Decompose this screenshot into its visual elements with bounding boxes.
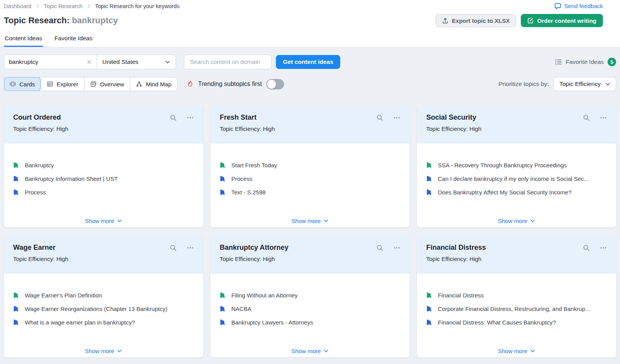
search-icon[interactable] (583, 244, 590, 251)
view-cards[interactable]: Cards (4, 77, 41, 91)
kebab-menu-icon[interactable] (600, 114, 607, 121)
idea-item[interactable]: Process (13, 188, 194, 196)
topic-card-financial-distress: Financial Distress Topic Efficiency: Hig… (417, 235, 616, 357)
card-header: Financial Distress Topic Efficiency: Hig… (417, 235, 616, 274)
idea-item[interactable]: Can I declare bankruptcy if my only inco… (426, 174, 607, 183)
show-more-link[interactable]: Show more (4, 218, 203, 224)
chevron-down-icon (324, 218, 329, 223)
card-header: Bankruptcy Attorney Topic Efficiency: Hi… (210, 235, 410, 274)
idea-item[interactable]: Wage Earner Reorganizations (Chapter 13 … (13, 304, 194, 313)
card-title: Financial Distress (426, 244, 486, 252)
kebab-menu-icon[interactable] (187, 114, 194, 121)
idea-item[interactable]: Text - S.2598 (220, 188, 400, 196)
view-explorer-label: Explorer (57, 81, 78, 88)
upload-icon (442, 17, 448, 24)
idea-item[interactable]: Does Bankruptcy Affect My Social Securit… (426, 188, 607, 196)
tab-content-ideas[interactable]: Content Ideas (4, 35, 43, 47)
favorite-ideas-count-badge: 5 (608, 58, 616, 66)
idea-item[interactable]: Corporate Financial Distress, Restructur… (426, 304, 607, 313)
idea-item[interactable]: Filing Without an Attorney (220, 291, 400, 299)
prioritize-value: Topic Efficiency (559, 81, 601, 88)
idea-item[interactable]: Financial Distress (426, 291, 607, 299)
idea-item[interactable]: Bankruptcy Lawyers - Attorneys (220, 318, 400, 326)
clear-keyword-icon[interactable] (86, 59, 92, 65)
idea-text: What is a wage earner plan in bankruptcy… (25, 319, 135, 326)
idea-text: Financial Distress (438, 292, 484, 299)
idea-text: Bankruptcy (25, 162, 54, 168)
header-actions: Export topic to XLSX Order content writi… (436, 14, 603, 27)
idea-item[interactable]: Process (220, 174, 400, 183)
prioritize-label: Prioritize topics by: (498, 81, 549, 88)
idea-text: NACBA (231, 306, 251, 312)
megaphone-icon (426, 306, 433, 312)
country-select[interactable]: United States (97, 55, 176, 69)
keyword-country-group: United States (4, 55, 176, 69)
idea-text: Start Fresh Today (231, 162, 277, 168)
topic-card-court-ordered: Court Ordered Topic Efficiency: High Ban… (4, 105, 203, 227)
idea-text: Bankruptcy Lawyers - Attorneys (231, 319, 313, 326)
idea-text: Does Bankruptcy Affect My Social Securit… (438, 189, 572, 196)
kebab-menu-icon[interactable] (393, 114, 400, 121)
order-content-writing-button[interactable]: Order content writing (521, 14, 603, 27)
search-icon[interactable] (376, 114, 383, 121)
view-overview[interactable]: Overview (84, 77, 131, 91)
topic-efficiency: Topic Efficiency: High (13, 256, 194, 262)
favorite-ideas-link[interactable]: Favorite Ideas 5 (555, 58, 616, 66)
search-icon[interactable] (170, 244, 177, 251)
idea-item[interactable]: SSA - Recovery Through Bankruptcy Procee… (426, 161, 607, 169)
idea-item[interactable]: Bankruptcy Information Sheet | UST (13, 174, 194, 183)
breadcrumb-topic-research[interactable]: Topic Research (44, 3, 83, 9)
card-title: Social Security (426, 113, 476, 122)
tab-favorite-ideas[interactable]: Favorite Ideas (54, 35, 93, 47)
export-xlsx-button[interactable]: Export topic to XLSX (436, 14, 516, 27)
card-body: Wage Earner's Plan Definition Wage Earne… (4, 274, 203, 357)
keyword-input[interactable] (9, 58, 86, 65)
card-body: Bankruptcy Bankruptcy Information Sheet … (4, 144, 203, 227)
view-explorer[interactable]: Explorer (41, 77, 84, 91)
page-title: Topic Research: bankruptcy (4, 15, 118, 26)
card-title: Court Ordered (13, 113, 61, 122)
megaphone-icon (13, 162, 20, 168)
breadcrumb-dashboard[interactable]: Dashboard (4, 3, 31, 9)
topic-card-bankruptcy-attorney: Bankruptcy Attorney Topic Efficiency: Hi… (210, 235, 410, 357)
megaphone-icon (426, 175, 433, 182)
chevron-right-icon (35, 4, 40, 9)
chevron-down-icon (117, 218, 122, 223)
breadcrumb-current: Topic Research for your keywords (95, 3, 179, 9)
prioritize-select[interactable]: Topic Efficiency (553, 77, 616, 91)
topic-efficiency: Topic Efficiency: High (426, 125, 607, 132)
show-more-link[interactable]: Show more (4, 348, 203, 354)
show-more-link[interactable]: Show more (210, 348, 410, 354)
search-icon[interactable] (583, 114, 590, 121)
title-row: Topic Research: bankruptcy Export topic … (0, 9, 620, 27)
search-icon[interactable] (170, 114, 177, 121)
kebab-menu-icon[interactable] (600, 244, 607, 251)
send-feedback-link[interactable]: Send feedback (555, 3, 603, 9)
trending-toggle[interactable] (266, 79, 284, 89)
show-more-link[interactable]: Show more (417, 218, 616, 224)
idea-text: Bankruptcy Information Sheet | UST (25, 175, 118, 182)
toggle-knob (267, 80, 276, 89)
idea-item[interactable]: Wage Earner's Plan Definition (13, 291, 194, 299)
table-icon (47, 81, 53, 87)
view-overview-label: Overview (100, 81, 124, 88)
idea-item[interactable]: Financial Distress: What Causes Bankrupt… (426, 318, 607, 326)
show-more-link[interactable]: Show more (417, 348, 616, 354)
idea-item[interactable]: Bankruptcy (13, 161, 194, 169)
breadcrumb: Dashboard Topic Research Topic Research … (0, 0, 620, 9)
search-icon[interactable] (376, 244, 383, 251)
idea-item[interactable]: What is a wage earner plan in bankruptcy… (13, 318, 194, 326)
topic-card-fresh-start: Fresh Start Topic Efficiency: High Start… (210, 105, 410, 227)
view-mindmap[interactable]: Mind Map (130, 77, 177, 91)
show-more-link[interactable]: Show more (210, 218, 410, 224)
idea-text: Wage Earner Reorganizations (Chapter 13 … (25, 306, 167, 312)
kebab-menu-icon[interactable] (187, 244, 194, 251)
get-content-ideas-button[interactable]: Get content ideas (276, 55, 340, 69)
mindmap-icon (136, 81, 142, 87)
idea-text: Corporate Financial Distress, Restructur… (438, 306, 590, 312)
domain-search-input[interactable] (184, 55, 272, 69)
idea-text: Financial Distress: What Causes Bankrupt… (438, 319, 556, 326)
idea-item[interactable]: Start Fresh Today (220, 161, 400, 169)
idea-item[interactable]: NACBA (220, 304, 400, 313)
kebab-menu-icon[interactable] (393, 244, 400, 251)
